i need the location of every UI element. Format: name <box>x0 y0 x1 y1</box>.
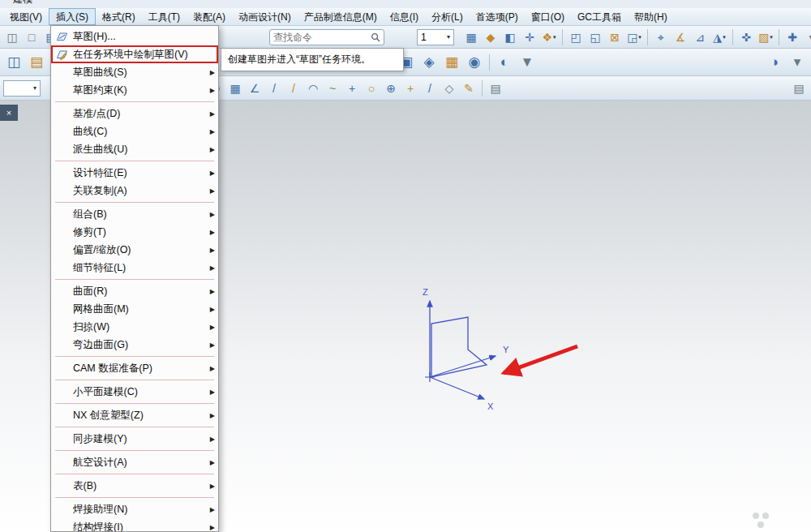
toolbar-icon[interactable]: / <box>421 79 439 97</box>
x-axis-line[interactable] <box>430 377 484 399</box>
toolbar-icon[interactable]: ◉ <box>464 52 485 73</box>
menubar-item[interactable]: 动画设计(N) <box>232 8 298 25</box>
menubar-item[interactable]: 首选项(P) <box>470 8 525 25</box>
insert-menu-item[interactable]: 航空设计(A)▶ <box>51 453 218 471</box>
toolbar-icon[interactable]: ◈ <box>418 52 440 73</box>
insert-menu-item[interactable]: 草图约束(K)▶ <box>51 81 218 99</box>
toolbar-icon[interactable]: ▨▾ <box>757 28 775 46</box>
blank-icon-slot <box>54 456 70 469</box>
menubar-item[interactable]: 装配(A) <box>187 8 232 25</box>
insert-menu-item[interactable]: CAM 数据准备(P)▶ <box>51 359 218 377</box>
toolbar-icon[interactable]: ◇ <box>440 79 458 97</box>
spline-tool-icon[interactable]: ~ <box>324 79 341 97</box>
circle-tool-icon[interactable]: ○ <box>363 79 380 97</box>
menubar-item[interactable]: 视图(V) <box>3 8 49 25</box>
menubar-item[interactable]: 帮助(H) <box>628 8 674 25</box>
insert-menu-item[interactable]: 扫掠(W)▶ <box>51 318 218 336</box>
toolbar-icon[interactable]: / <box>285 79 303 97</box>
toolbar-icon[interactable]: □ <box>23 28 41 46</box>
insert-menu-item[interactable]: NX 创意塑型(Z)▶ <box>51 406 218 424</box>
search-input[interactable] <box>273 32 371 43</box>
menubar-item[interactable]: 信息(I) <box>384 8 425 25</box>
menubar-item[interactable]: GC工具箱 <box>571 8 628 25</box>
toolbar-icon[interactable]: + <box>401 79 419 97</box>
panel-close-tab[interactable]: × <box>0 105 18 121</box>
menubar-item[interactable]: 窗口(O) <box>525 8 571 25</box>
annotation-arrow <box>504 346 577 373</box>
menubar-item[interactable]: 格式(R) <box>96 8 142 25</box>
toolbar-icon[interactable]: ▦ <box>441 52 462 73</box>
insert-menu-item[interactable]: 组合(B)▶ <box>51 205 218 223</box>
z-axis-label: Z <box>423 287 428 297</box>
menubar-item[interactable]: 工具(T) <box>142 8 187 25</box>
toolbar-icon[interactable]: ◆ <box>482 28 500 46</box>
toolbar-icon[interactable]: ✜ <box>737 28 755 46</box>
insert-menu-item[interactable]: 关联复制(A)▶ <box>51 182 218 200</box>
insert-menu-item[interactable]: 设计特征(E)▶ <box>51 164 218 182</box>
toolbar-icon[interactable]: ✎ <box>460 79 478 97</box>
insert-menu-item[interactable]: 细节特征(L)▶ <box>51 259 218 277</box>
dropdown-caret-icon[interactable]: ▾ <box>770 34 773 40</box>
toolbar-icon[interactable]: ✛ <box>521 28 539 46</box>
point-tool-icon[interactable]: + <box>343 79 361 97</box>
toolbar-icon[interactable]: ◐ <box>494 52 515 73</box>
y-axis-line[interactable] <box>430 356 496 377</box>
menubar-item[interactable]: 产品制造信息(M) <box>298 8 384 25</box>
toolbar-icon[interactable]: ⊕ <box>382 79 400 97</box>
toolbar-icon[interactable]: ▦ <box>226 79 244 97</box>
menu-separator <box>55 356 214 357</box>
insert-menu-item[interactable]: 焊接助理(N)▶ <box>51 500 218 518</box>
toolbar-icon[interactable]: ◲▾ <box>625 28 643 46</box>
datum-csys[interactable]: Z Y X <box>423 287 509 411</box>
insert-menu-item[interactable]: 曲线(C)▶ <box>51 122 218 140</box>
insert-menu-item[interactable]: 小平面建模(C)▶ <box>51 383 218 401</box>
toolbar-icon[interactable]: ◧ <box>501 28 519 46</box>
toolbar-icon[interactable]: ▦ <box>462 28 480 46</box>
selection-filter-select[interactable]: ▾ <box>3 80 41 97</box>
dropdown-caret-icon[interactable]: ▾ <box>553 34 556 40</box>
toolbar-icon[interactable]: ◰ <box>567 28 585 46</box>
toolbar-icon[interactable]: ⊿ <box>691 28 709 46</box>
arc-tool-icon[interactable]: ◠ <box>304 79 322 97</box>
toolbar-icon[interactable]: ⌖ <box>652 28 670 46</box>
toolbar-overflow-icon[interactable]: ▾ <box>787 52 808 73</box>
toolbar-overflow-icon[interactable]: ▾ <box>803 28 811 46</box>
toolbar-icon[interactable]: ◫ <box>3 52 24 73</box>
toolbar-icon[interactable]: ◮▾ <box>710 28 728 46</box>
dropdown-caret-icon[interactable]: ▾ <box>723 34 726 40</box>
toolbar-icon[interactable]: ▤ <box>790 79 808 97</box>
insert-menu-item[interactable]: 修剪(T)▶ <box>51 223 218 241</box>
save-icon[interactable]: ◫ <box>3 28 21 46</box>
insert-menu-item[interactable]: 同步建模(Y)▶ <box>51 430 218 448</box>
insert-menu-item[interactable]: 弯边曲面(G)▶ <box>51 336 218 354</box>
insert-menu-item[interactable]: 结构焊接(I)▶ <box>51 518 218 532</box>
scale-select[interactable]: 1 ▾ <box>417 29 454 45</box>
insert-menu-item[interactable]: 曲面(R)▶ <box>51 282 218 300</box>
menubar-item[interactable]: 插入(S) <box>49 8 96 25</box>
insert-menu-item[interactable]: 草图(H)... <box>51 28 218 45</box>
toolbar-icon[interactable]: ❖▾ <box>540 28 558 46</box>
toolbar-icon[interactable]: ∡ <box>672 28 689 46</box>
insert-menu-item[interactable]: 表(B)▶ <box>51 477 218 495</box>
blank-icon-slot <box>54 166 70 179</box>
toolbar-icon[interactable]: ▤ <box>26 52 47 73</box>
toolbar-icon[interactable]: ⊠ <box>606 28 624 46</box>
toolbar-icon[interactable]: ∠ <box>246 79 264 97</box>
dropdown-caret-icon[interactable]: ▾ <box>638 34 642 40</box>
insert-menu-item[interactable]: 网格曲面(M)▶ <box>51 300 218 318</box>
toolbar-icon[interactable]: ◑ <box>764 52 785 73</box>
insert-menu-item[interactable]: 派生曲线(U)▶ <box>51 140 218 158</box>
menubar-item[interactable]: 分析(L) <box>425 8 470 25</box>
toolbar-icon[interactable]: ✚ <box>783 28 801 46</box>
toolbar-icon[interactable]: ▼ <box>517 52 538 73</box>
tooltip-text: 创建草图并进入“草图”任务环境。 <box>228 53 371 66</box>
toolbar-icon[interactable]: ▤ <box>487 79 504 97</box>
insert-menu-item[interactable]: 在任务环境中绘制草图(V) <box>51 45 218 63</box>
command-search-box[interactable] <box>269 29 384 45</box>
insert-menu-item[interactable]: 基准/点(D)▶ <box>51 105 218 122</box>
line-tool-icon[interactable]: / <box>265 79 283 97</box>
blank-icon-slot <box>54 243 70 256</box>
toolbar-icon[interactable]: ◱ <box>586 28 604 46</box>
insert-menu-item[interactable]: 草图曲线(S)▶ <box>51 63 218 81</box>
insert-menu-item[interactable]: 偏置/缩放(O)▶ <box>51 241 218 259</box>
